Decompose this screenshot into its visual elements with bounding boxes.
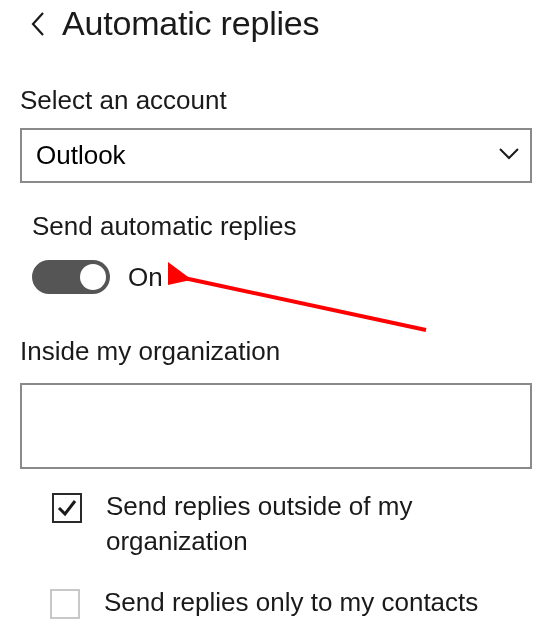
account-select[interactable]: Outlook: [20, 128, 532, 183]
account-selected-value: Outlook: [36, 140, 126, 170]
chevron-left-icon: [30, 11, 46, 37]
send-auto-replies-label: Send automatic replies: [20, 211, 532, 242]
inside-org-textarea[interactable]: [20, 383, 532, 469]
inside-org-label: Inside my organization: [20, 336, 532, 367]
check-icon: [56, 497, 78, 519]
back-button[interactable]: [20, 6, 56, 42]
outside-org-label: Send replies outside of my organization: [106, 489, 486, 559]
contacts-only-label: Send replies only to my contacts: [104, 585, 478, 620]
toggle-knob: [80, 264, 106, 290]
select-account-label: Select an account: [20, 85, 532, 116]
contacts-only-checkbox[interactable]: [50, 589, 80, 619]
auto-replies-state: On: [128, 262, 163, 293]
page-title: Automatic replies: [62, 4, 319, 43]
outside-org-checkbox[interactable]: [52, 493, 82, 523]
auto-replies-toggle[interactable]: [32, 260, 110, 294]
